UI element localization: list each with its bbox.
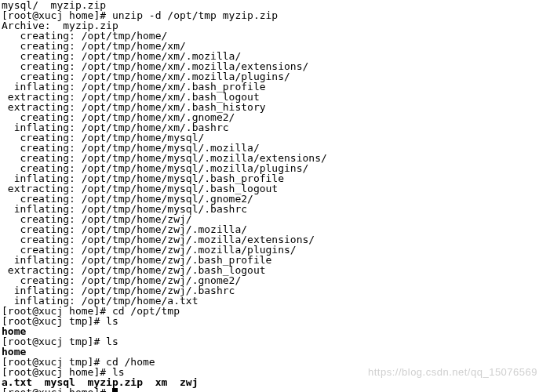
terminal-line: [root@xucj home]# [2, 387, 548, 392]
terminal-line: [root@xucj tmp]# ls [2, 316, 548, 326]
terminal-output[interactable]: mysql/ myzip.zip[root@xucj home]# unzip … [0, 0, 550, 392]
terminal-line: [root@xucj tmp]# ls [2, 336, 548, 347]
cursor [112, 388, 118, 392]
